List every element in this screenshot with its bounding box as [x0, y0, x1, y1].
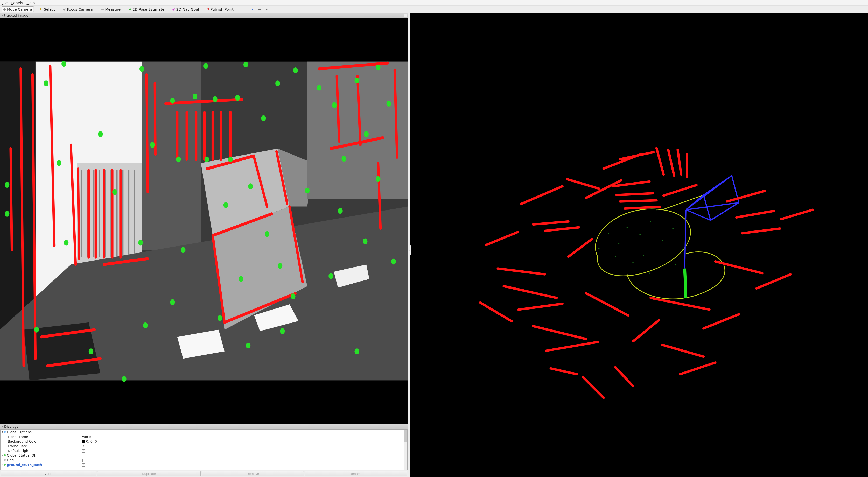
svg-point-77 [205, 157, 209, 162]
svg-point-96 [376, 65, 380, 70]
svg-line-30 [147, 75, 148, 192]
tool-measure[interactable]: Measure [99, 6, 123, 12]
framerate-label: Frame Rate [8, 444, 27, 448]
grid-checkbox[interactable] [82, 458, 83, 462]
tracked-image-header[interactable]: tracked image [0, 13, 408, 18]
main-area: tracked image [0, 13, 868, 477]
menu-help[interactable]: Help [27, 1, 35, 5]
tool-2d-nav-goal[interactable]: 2D Nav Goal [171, 6, 201, 12]
tool-nav-label: 2D Nav Goal [176, 7, 199, 11]
svg-point-97 [386, 101, 391, 106]
svg-point-82 [278, 263, 282, 269]
svg-point-109 [305, 188, 310, 193]
svg-point-98 [364, 131, 369, 137]
tool-2d-pose-estimate[interactable]: 2D Pose Estimate [127, 6, 166, 12]
displays-header[interactable]: Displays [0, 424, 408, 429]
dock-tab[interactable]: ◂ [409, 245, 411, 255]
menu-file[interactable]: File [2, 1, 7, 5]
svg-point-111 [275, 81, 280, 86]
tool-focus-camera[interactable]: Focus Camera [61, 6, 94, 12]
svg-point-85 [291, 293, 295, 299]
svg-point-92 [293, 67, 298, 73]
left-pane: tracked image [0, 13, 408, 477]
tool-move-camera[interactable]: Move Camera [2, 6, 34, 12]
svg-line-153 [620, 200, 656, 202]
remove-button[interactable]: Remove [202, 471, 304, 476]
panel-undock-button[interactable] [404, 14, 407, 17]
tree-fixed-frame[interactable]: Fixed Frameworld [1, 434, 407, 439]
svg-line-27 [11, 149, 12, 250]
bgcolor-text: 0; 0; 0 [86, 439, 97, 443]
svg-point-87 [280, 328, 285, 334]
displays-button-row: Add Duplicate Remove Rename [0, 470, 408, 477]
grid-label: Grid [7, 458, 14, 462]
bgcolor-label: Background Color [8, 439, 38, 443]
tool-pose-label: 2D Pose Estimate [132, 7, 164, 11]
tracked-image-title: tracked image [4, 13, 29, 18]
tree-grid[interactable]: ▸Grid [1, 457, 407, 462]
svg-point-69 [112, 189, 117, 195]
grip-icon [1, 14, 3, 17]
svg-point-127 [615, 256, 616, 257]
pose-icon [128, 7, 132, 11]
svg-point-101 [338, 208, 343, 214]
ground-truth-checkbox[interactable]: ✓ [82, 463, 85, 467]
toolbar-minus-button[interactable] [258, 8, 261, 11]
grip-icon [1, 426, 3, 428]
ruler-icon [101, 9, 104, 10]
tree-background-color[interactable]: Background Color0; 0; 0 [1, 439, 407, 444]
svg-point-107 [34, 327, 39, 332]
framerate-value: 30 [82, 444, 87, 448]
svg-rect-114 [410, 22, 868, 468]
svg-point-100 [376, 176, 380, 182]
tree-ground-truth-path[interactable]: ▸ground_truth_path✓ [1, 462, 407, 467]
svg-point-71 [150, 142, 155, 148]
svg-point-76 [176, 157, 181, 162]
3d-view-svg [410, 13, 868, 477]
tree-default-light[interactable]: Default Light✓ [1, 448, 407, 453]
svg-point-126 [649, 273, 650, 274]
fixed-frame-value: world [82, 435, 92, 439]
3d-view[interactable]: ◂ [410, 13, 868, 477]
svg-line-31 [155, 84, 155, 155]
svg-point-65 [61, 61, 66, 67]
svg-point-72 [170, 98, 175, 103]
svg-point-102 [363, 238, 367, 244]
svg-point-113 [203, 63, 208, 69]
svg-point-84 [218, 315, 222, 321]
svg-point-89 [170, 299, 175, 305]
svg-point-78 [228, 157, 233, 162]
tree-scrollbar[interactable] [404, 430, 407, 470]
nav-icon [172, 7, 176, 11]
add-button[interactable]: Add [1, 471, 96, 476]
global-status-label: Global Status: Ok [7, 453, 36, 457]
svg-point-90 [143, 322, 148, 328]
svg-point-68 [98, 131, 103, 137]
tracked-image-view[interactable] [0, 18, 408, 424]
tool-select[interactable]: Select [39, 6, 57, 12]
toolbar-dropdown-button[interactable] [266, 8, 268, 11]
svg-point-104 [329, 273, 333, 279]
tree-global-status[interactable]: ▸Global Status: Ok [1, 453, 407, 457]
tool-publish-point[interactable]: Publish Point [206, 6, 236, 12]
tree-global-options[interactable]: ▼Global Options [1, 430, 407, 434]
displays-tree[interactable]: ▼Global Options Fixed Frameworld Backgro… [0, 429, 408, 470]
color-swatch-icon [82, 440, 85, 443]
rename-button[interactable]: Rename [305, 471, 407, 476]
scrollbar-thumb[interactable] [404, 430, 407, 442]
svg-rect-4 [142, 62, 201, 250]
svg-point-124 [608, 232, 609, 234]
svg-point-99 [341, 156, 346, 161]
svg-point-117 [650, 221, 651, 222]
svg-point-125 [632, 262, 633, 263]
toolbar-dot-button[interactable] [251, 8, 253, 11]
select-icon [40, 8, 43, 10]
default-light-checkbox[interactable]: ✓ [82, 449, 85, 453]
tree-frame-rate[interactable]: Frame Rate30 [1, 444, 407, 448]
tool-publish-label: Publish Point [211, 7, 234, 11]
svg-point-103 [391, 259, 396, 264]
svg-point-128 [598, 248, 599, 249]
duplicate-button[interactable]: Duplicate [97, 471, 201, 476]
menu-panels[interactable]: Panels [11, 1, 23, 5]
svg-point-83 [239, 276, 243, 282]
